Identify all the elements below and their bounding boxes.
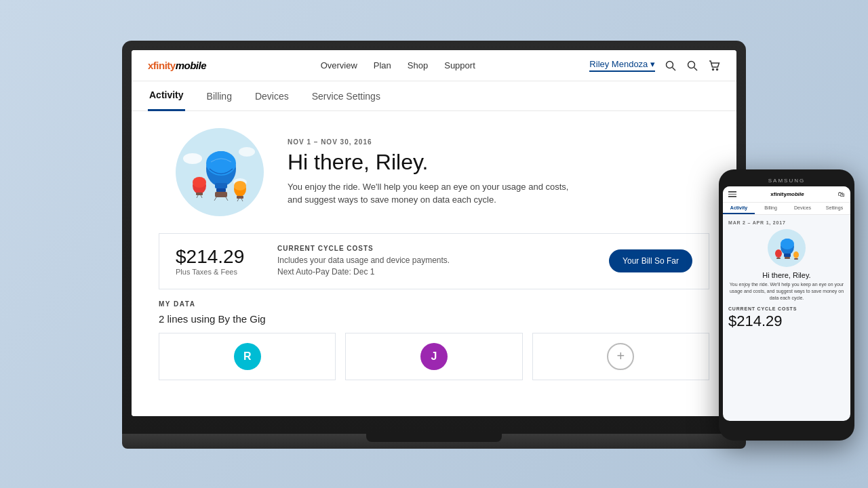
svg-rect-20 — [237, 196, 243, 199]
phone-hamburger-icon[interactable] — [728, 191, 736, 197]
svg-point-8 — [239, 147, 255, 157]
svg-line-1 — [672, 67, 675, 70]
svg-rect-12 — [215, 183, 227, 188]
svg-rect-30 — [784, 253, 791, 257]
my-data-subtitle: 2 lines using By the Gig — [159, 313, 709, 325]
phone-date: MAR 2 – APR 1, 2017 — [728, 220, 786, 225]
nav-link-overview[interactable]: Overview — [321, 60, 357, 70]
billing-amount-subtitle: Plus Taxes & Fees — [176, 268, 264, 276]
svg-rect-31 — [785, 257, 790, 259]
svg-point-32 — [775, 249, 782, 258]
svg-rect-35 — [794, 258, 798, 260]
hero-balloon-image — [172, 125, 267, 220]
svg-rect-33 — [776, 258, 781, 259]
svg-point-11 — [206, 151, 236, 176]
main-content: NOV 1 – NOV 30, 2016 Hi there, Riley. Yo… — [132, 111, 736, 416]
search-icon[interactable] — [665, 60, 677, 72]
phone-brand-label: SAMSUNG — [723, 178, 850, 184]
phone-billing-amount: $214.29 — [728, 312, 783, 330]
phone-nav: xfinitymobile 🛍 — [723, 186, 850, 203]
cart-icon[interactable] — [708, 60, 720, 72]
nav-link-support[interactable]: Support — [444, 60, 475, 70]
svg-rect-13 — [216, 188, 226, 192]
phone-greeting: Hi there, Riley. — [762, 271, 810, 279]
hero-section: NOV 1 – NOV 30, 2016 Hi there, Riley. Yo… — [132, 111, 736, 233]
tab-service-settings[interactable]: Service Settings — [311, 81, 382, 111]
svg-point-29 — [781, 239, 794, 249]
my-data-section: MY DATA 2 lines using By the Gig R J + — [132, 289, 736, 380]
nav-link-shop[interactable]: Shop — [408, 60, 428, 70]
svg-point-0 — [666, 61, 673, 68]
laptop-body: xfinitymobile Overview Plan Shop Support… — [122, 41, 746, 434]
phone-tab-devices[interactable]: Devices — [787, 203, 818, 214]
data-card-add[interactable]: + — [532, 333, 709, 380]
svg-line-3 — [694, 67, 697, 70]
phone-wrapper: SAMSUNG xfinitymobile 🛍 Activity Billing… — [719, 169, 854, 441]
phone-content: MAR 2 – APR 1, 2017 — [723, 215, 850, 421]
svg-point-5 — [716, 68, 717, 70]
phone-balloon-image — [766, 228, 807, 268]
svg-point-34 — [793, 251, 799, 258]
avatar-j: J — [420, 343, 448, 370]
billing-info: CURRENT CYCLE COSTS Includes your data u… — [277, 245, 595, 278]
phone-billing-label: CURRENT CYCLE COSTS — [728, 306, 797, 311]
phone-body: SAMSUNG xfinitymobile 🛍 Activity Billing… — [719, 169, 854, 441]
svg-rect-14 — [215, 192, 227, 197]
browser-page: xfinitymobile Overview Plan Shop Support… — [132, 50, 736, 416]
hero-description: You enjoy the ride. We'll help you keep … — [288, 180, 572, 207]
tab-devices[interactable]: Devices — [254, 81, 290, 111]
svg-point-7 — [183, 153, 202, 164]
svg-rect-17 — [196, 192, 203, 195]
hero-date: NOV 1 – NOV 30, 2016 — [288, 138, 709, 146]
add-line-button[interactable]: + — [607, 343, 634, 370]
phone-screen: xfinitymobile 🛍 Activity Billing Devices… — [723, 186, 850, 421]
data-card-r[interactable]: R — [159, 333, 336, 380]
nav-logo: xfinitymobile — [148, 60, 206, 71]
billing-info-label: CURRENT CYCLE COSTS — [277, 245, 595, 252]
billing-amount-block: $214.29 Plus Taxes & Fees — [176, 246, 264, 276]
phone-logo: xfinitymobile — [770, 191, 804, 197]
billing-desc-line2: Next Auto-Pay Date: Dec 1 — [277, 266, 595, 278]
avatar-r: R — [234, 343, 261, 370]
nav-link-plan[interactable]: Plan — [374, 60, 391, 70]
nav-links: Overview Plan Shop Support — [321, 60, 475, 70]
phone-balloon-svg — [766, 228, 807, 268]
data-cards: R J + — [159, 333, 709, 380]
svg-point-4 — [712, 68, 713, 70]
tab-activity[interactable]: Activity — [148, 81, 185, 111]
nav-user[interactable]: Riley Mendoza ▾ — [589, 59, 655, 72]
billing-amount-number: $214.29 — [176, 246, 264, 268]
sub-nav: Activity Billing Devices Service Setting… — [132, 81, 736, 111]
logo-mobile: mobile — [176, 60, 206, 71]
my-data-label: MY DATA — [159, 300, 709, 308]
phone-cart-icon[interactable]: 🛍 — [838, 190, 845, 198]
billing-desc-line1: Includes your data usage and device paym… — [277, 255, 595, 266]
hero-text: NOV 1 – NOV 30, 2016 Hi there, Riley. Yo… — [288, 138, 709, 207]
svg-point-16 — [193, 177, 206, 188]
logo-xfinity: xfinity — [148, 60, 176, 71]
laptop-base — [122, 434, 746, 449]
hero-greeting: Hi there, Riley. — [288, 150, 709, 175]
nav-right: Riley Mendoza ▾ — [589, 59, 720, 72]
svg-point-2 — [688, 61, 694, 68]
phone-tab-billing[interactable]: Billing — [755, 203, 787, 214]
phone-tab-settings[interactable]: Settings — [818, 203, 850, 214]
laptop-wrapper: xfinitymobile Overview Plan Shop Support… — [122, 41, 746, 461]
billing-bar: $214.29 Plus Taxes & Fees CURRENT CYCLE … — [159, 233, 709, 289]
phone-tabs: Activity Billing Devices Settings — [723, 203, 850, 215]
laptop-screen: xfinitymobile Overview Plan Shop Support… — [132, 50, 736, 416]
top-nav: xfinitymobile Overview Plan Shop Support… — [132, 50, 736, 81]
svg-point-19 — [234, 181, 246, 190]
laptop-notch — [366, 434, 502, 442]
search-icon-2[interactable] — [686, 60, 698, 72]
your-bill-so-far-button[interactable]: Your Bill So Far — [609, 249, 692, 272]
balloon-svg — [172, 125, 267, 220]
data-card-j[interactable]: J — [345, 333, 522, 380]
tab-billing[interactable]: Billing — [205, 81, 233, 111]
phone-tab-activity[interactable]: Activity — [723, 203, 755, 214]
phone-description: You enjoy the ride. We'll help you keep … — [728, 281, 845, 301]
